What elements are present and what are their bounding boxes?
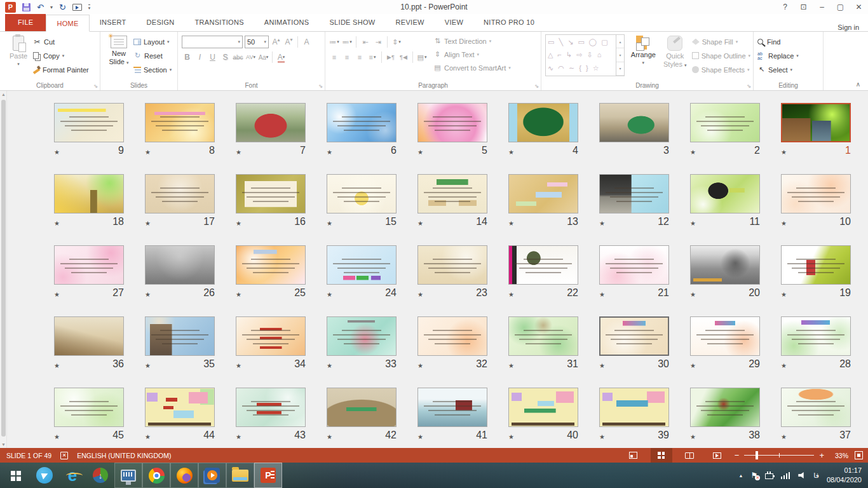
slide-thumbnail[interactable] (781, 103, 851, 142)
slide-cell-27[interactable]: ★27 (50, 241, 140, 312)
slide-cell-10[interactable]: ★10 (776, 170, 867, 241)
paste-button[interactable]: Paste ▾ (4, 34, 33, 80)
slide-thumbnail[interactable] (54, 388, 124, 427)
slide-cell-26[interactable]: ★26 (140, 241, 231, 312)
slide-cell-6[interactable]: ★6 (322, 98, 413, 170)
slide-cell-43[interactable]: ★43 (231, 383, 322, 448)
bullets-button[interactable]: ≔▾ (329, 36, 339, 48)
slide-thumbnail[interactable] (508, 245, 578, 285)
slide-cell-32[interactable]: ★32 (413, 312, 504, 383)
slide-thumbnail[interactable] (54, 103, 124, 142)
right-to-left-button[interactable]: ¶◀ (398, 51, 409, 64)
layout-button[interactable]: Layout▾ (133, 36, 172, 47)
collapse-ribbon-icon[interactable]: ∧ (856, 81, 860, 88)
slide-thumbnail[interactable] (417, 103, 487, 142)
slide-thumbnail[interactable] (599, 174, 669, 214)
slide-thumbnail[interactable] (781, 388, 851, 427)
slide-thumbnail[interactable] (508, 174, 578, 214)
slide-thumbnail[interactable] (417, 388, 487, 427)
slide-cell-41[interactable]: ★41 (413, 383, 504, 448)
scrollbar-up-icon[interactable]: ▲ (0, 92, 7, 97)
align-center-button[interactable]: ≡ (342, 51, 352, 64)
cut-button[interactable]: ✂Cut (33, 36, 89, 47)
slide-cell-19[interactable]: ★19 (776, 241, 867, 312)
slide-show-button[interactable] (707, 448, 728, 463)
minimize-button[interactable]: – (813, 3, 831, 11)
slide-cell-4[interactable]: ★4 (504, 98, 595, 170)
slide-sorter-view-button[interactable] (651, 448, 672, 463)
slide-cell-38[interactable]: ★38 (686, 383, 776, 448)
taskbar-chrome[interactable] (142, 463, 170, 488)
slide-cell-37[interactable]: ★37 (776, 383, 867, 448)
slide-cell-5[interactable]: ★5 (413, 98, 504, 170)
clear-formatting-button[interactable]: A (301, 36, 312, 48)
find-button[interactable]: Find (757, 36, 820, 47)
slide-cell-29[interactable]: ★29 (686, 312, 776, 383)
grow-font-button[interactable]: A▴ (271, 36, 281, 48)
tab-view[interactable]: VIEW (435, 14, 473, 31)
slide-cell-22[interactable]: ★22 (504, 241, 595, 312)
left-to-right-button[interactable]: ▶¶ (386, 51, 396, 64)
text-direction-button[interactable]: ⇅Text Direction▾ (433, 36, 511, 46)
start-button[interactable] (0, 463, 31, 488)
slide-thumbnail[interactable] (781, 174, 851, 214)
close-button[interactable]: ✕ (850, 3, 868, 11)
format-painter-button[interactable]: Format Painter (33, 64, 89, 75)
taskbar-media-player[interactable] (198, 463, 226, 488)
paragraph-dialog-launcher[interactable]: ⇘ (534, 83, 539, 89)
zoom-slider-thumb[interactable] (756, 451, 758, 459)
slide-cell-13[interactable]: ★13 (504, 170, 595, 241)
slide-thumbnail[interactable] (54, 174, 124, 214)
convert-to-smartart-button[interactable]: ▤Convert to SmartArt▾ (433, 62, 511, 73)
slide-cell-3[interactable]: 3 (595, 98, 686, 170)
numbering-button[interactable]: ≕▾ (342, 36, 352, 48)
slide-cell-24[interactable]: ★24 (322, 241, 413, 312)
undo-icon[interactable]: ↶ (37, 3, 44, 11)
zoom-in-button[interactable]: + (819, 451, 824, 459)
taskbar-internet-explorer[interactable]: e (58, 463, 86, 488)
taskbar-download-manager[interactable]: ↓ (86, 463, 114, 488)
zoom-out-button[interactable]: − (735, 451, 740, 459)
scrollbar-down-icon[interactable]: ▼ (0, 442, 7, 447)
volume-icon[interactable] (798, 472, 806, 479)
fit-slide-to-window-icon[interactable] (855, 451, 863, 459)
shapes-gallery[interactable]: ▭ ╲ ↘ ▭ ◯ ▢ △ ⌐ ↳ ⇨ ⇩ ⌂ ∿ ◠ ∼ { } ☆ ▴ ▾ … (545, 34, 625, 76)
slide-thumbnail[interactable] (781, 245, 851, 285)
slide-thumbnail[interactable] (327, 245, 397, 285)
slide-thumbnail[interactable] (236, 388, 306, 427)
slide-cell-45[interactable]: ★45 (50, 383, 140, 448)
sign-in-link[interactable]: Sign in (837, 24, 868, 31)
slide-cell-8[interactable]: ★8 (140, 98, 231, 170)
slide-cell-31[interactable]: ★31 (504, 312, 595, 383)
select-button[interactable]: ↖Select▾ (757, 64, 820, 75)
slide-thumbnail[interactable] (690, 174, 760, 214)
slide-thumbnail[interactable] (599, 316, 669, 356)
action-center-flag-icon[interactable]: ⚑ (751, 471, 758, 479)
font-name-combo[interactable]: ▾ (182, 36, 243, 48)
slide-cell-33[interactable]: ★33 (322, 312, 413, 383)
slide-thumbnail[interactable] (54, 245, 124, 285)
slide-thumbnail[interactable] (690, 103, 760, 142)
columns-button[interactable]: ▤▾ (417, 51, 427, 64)
underline-button[interactable]: U (207, 51, 218, 64)
slide-counter[interactable]: SLIDE 1 OF 49 (6, 452, 51, 459)
slide-cell-34[interactable]: ★34 (231, 312, 322, 383)
slide-thumbnail[interactable] (599, 103, 669, 142)
tab-nitro-pro[interactable]: NITRO PRO 10 (473, 14, 545, 31)
slide-thumbnail[interactable] (417, 174, 487, 214)
slide-cell-36[interactable]: ★36 (50, 312, 140, 383)
slide-thumbnail[interactable] (236, 174, 306, 214)
slide-cell-9[interactable]: ★9 (50, 98, 140, 170)
start-from-beginning-icon[interactable] (72, 4, 82, 11)
slide-thumbnail[interactable] (145, 103, 215, 142)
copy-button[interactable]: Copy▾ (33, 50, 89, 61)
italic-button[interactable]: I (194, 51, 205, 64)
change-case-button[interactable]: Aa▾ (258, 51, 269, 64)
tab-file[interactable]: FILE (5, 14, 46, 31)
tab-transitions[interactable]: TRANSITIONS (185, 14, 254, 31)
slide-thumbnail[interactable] (508, 316, 578, 356)
font-dialog-launcher[interactable]: ⇘ (318, 83, 323, 89)
slide-cell-42[interactable]: ★42 (322, 383, 413, 448)
line-spacing-button[interactable]: ⇕▾ (391, 36, 402, 48)
shape-fill-button[interactable]: Shape Fill▾ (692, 36, 750, 47)
